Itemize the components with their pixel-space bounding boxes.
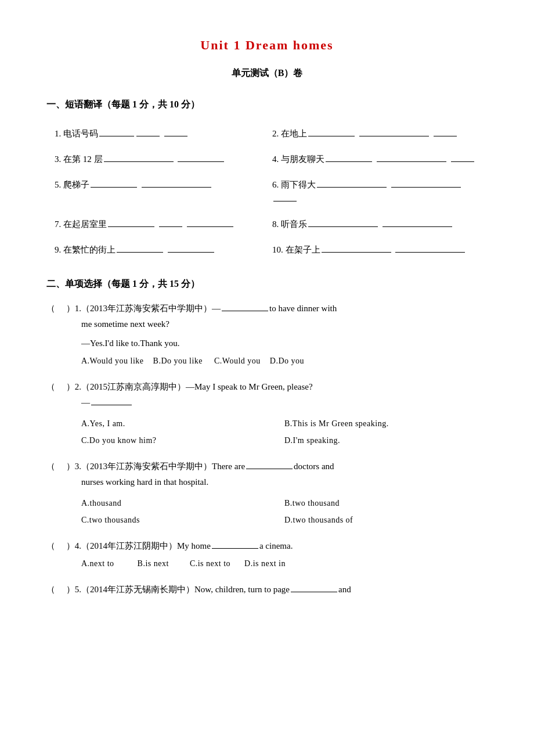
section-1: 一、短语翻译（每题 1 分，共 10 分） 1. 电话号码 2. 在地上 3. … (46, 97, 488, 263)
blank-6c (273, 201, 297, 201)
blank-4a (326, 161, 372, 162)
blank-9a (117, 252, 163, 253)
mc-q1-cont: me sometime next week? (81, 316, 488, 332)
mc-q4-text: （ ）4.（2014年江苏江阴期中）My homea cinema. (46, 538, 488, 554)
mc-q2-b: B.This is Mr Green speaking. (284, 417, 488, 430)
blank-10a (322, 252, 391, 253)
mc-q1-choices: A.Would you like B.Do you like C.Would y… (81, 355, 488, 368)
translation-item-9: 9. 在繁忙的街上 (52, 237, 270, 262)
blank-1a (99, 136, 134, 136)
blank-9b (168, 252, 214, 253)
mc-item-2: （ ）2.（2015江苏南京高淳期中）—May I speak to Mr Gr… (46, 379, 488, 447)
mc-q4-choices: A.next to B.is next C.is next to D.is ne… (81, 557, 488, 570)
blank-2b (359, 136, 429, 136)
blank-q4 (212, 548, 258, 549)
mc-q2-a: A.Yes, I am. (81, 417, 284, 430)
mc-q2-d: D.I'm speaking. (284, 434, 488, 447)
mc-q3-d: D.two thousands of (284, 514, 488, 527)
blank-4b (377, 161, 446, 162)
mc-item-3: （ ）3.（2013年江苏海安紫石中学期中）There aredoctors a… (46, 459, 488, 527)
translation-item-8: 8. 听音乐 (270, 211, 488, 237)
blank-5a (91, 187, 137, 188)
translation-grid: 1. 电话号码 2. 在地上 3. 在第 12 层 4. 与朋友聊天 5. 爬梯… (52, 121, 488, 262)
translation-item-4: 4. 与朋友聊天 (270, 146, 488, 172)
blank-1c (164, 136, 187, 136)
blank-3b (178, 161, 224, 162)
mc-q3-b: B.two thousand (284, 497, 488, 510)
mc-q3-text: （ ）3.（2013年江苏海安紫石中学期中）There aredoctors a… (46, 459, 488, 490)
blank-q5 (291, 592, 337, 592)
blank-5b (142, 187, 211, 188)
translation-item-5: 5. 爬梯子 (52, 172, 270, 211)
subtitle: 单元测试（B）卷 (46, 66, 488, 81)
page-title: Unit 1 Dream homes (46, 35, 488, 55)
translation-item-2: 2. 在地上 (270, 121, 488, 146)
translation-item-7: 7. 在起居室里 (52, 211, 270, 237)
mc-q5-text: （ ）5.（2014年江苏无锡南长期中）Now, children, turn … (46, 582, 488, 597)
mc-item-4: （ ）4.（2014年江苏江阴期中）My homea cinema. A.nex… (46, 538, 488, 570)
blank-7c (187, 226, 233, 227)
mc-q2-text: （ ）2.（2015江苏南京高淳期中）—May I speak to Mr Gr… (46, 379, 488, 411)
blank-7a (108, 226, 154, 227)
section-2: 二、单项选择（每题 1 分，共 15 分） （ ）1.（2013年江苏海安紫石中… (46, 276, 488, 597)
blank-6b (391, 187, 461, 188)
mc-q3-a: A.thousand (81, 497, 284, 510)
mc-q1-response: —Yes.I'd like to.Thank you. (81, 336, 488, 351)
translation-item-1: 1. 电话号码 (52, 121, 270, 146)
mc-q1-text: （ ）1.（2013年江苏海安紫石中学期中）—to have dinner wi… (46, 301, 488, 332)
mc-q2-choices: A.Yes, I am. B.This is Mr Green speaking… (81, 414, 488, 447)
blank-4c (451, 161, 474, 162)
mc-q2-c: C.Do you know him? (81, 434, 284, 447)
mc-q3-line2: nurses working hard in that hospital. (81, 474, 488, 490)
translation-item-10: 10. 在架子上 (270, 237, 488, 262)
blank-2a (308, 136, 355, 136)
blank-q3 (246, 469, 293, 469)
mc-item-1: （ ）1.（2013年江苏海安紫石中学期中）—to have dinner wi… (46, 301, 488, 368)
translation-item-6: 6. 雨下得大 (270, 172, 488, 211)
mc-q2-line2: — (81, 395, 488, 411)
blank-8b (383, 226, 452, 227)
blank-10b (395, 252, 465, 253)
section-1-heading: 一、短语翻译（每题 1 分，共 10 分） (46, 97, 488, 112)
blank-6a (317, 187, 387, 188)
mc-item-5: （ ）5.（2014年江苏无锡南长期中）Now, children, turn … (46, 582, 488, 597)
blank-3a (104, 161, 174, 162)
blank-1b (136, 136, 160, 136)
blank-2c (434, 136, 457, 136)
blank-7b (159, 226, 182, 227)
mc-q3-c: C.two thousands (81, 514, 284, 527)
blank-q2 (91, 405, 132, 405)
mc-q3-choices: A.thousand B.two thousand C.two thousand… (81, 494, 488, 527)
blank-8a (308, 226, 378, 227)
translation-item-3: 3. 在第 12 层 (52, 146, 270, 172)
blank-q1 (222, 311, 268, 311)
section-2-heading: 二、单项选择（每题 1 分，共 15 分） (46, 276, 488, 291)
